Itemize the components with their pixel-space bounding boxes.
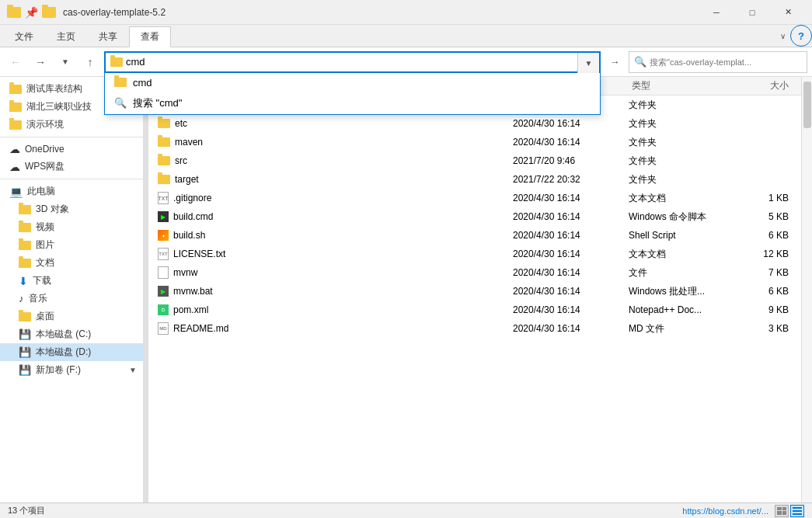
folder-icon — [158, 156, 170, 165]
file-type: 文本文档 — [629, 192, 737, 205]
maximize-button[interactable]: □ — [734, 0, 770, 25]
sidebar-item-label: 图片 — [36, 238, 54, 252]
col-header-type[interactable]: 类型 — [632, 79, 741, 92]
file-row[interactable]: TXT .gitignore 2020/4/30 16:14 文本文档 1 KB — [148, 189, 801, 207]
doc-icon: TXT — [158, 248, 169, 260]
file-size: 6 KB — [741, 286, 795, 297]
sidebar-item-label: 桌面 — [36, 310, 54, 323]
autocomplete-item-search[interactable]: 🔍 搜索 "cmd" — [105, 92, 600, 114]
address-bar-wrapper: ▼ cmd 🔍 搜索 "cmd" — [104, 51, 601, 73]
scroll-thumb[interactable] — [803, 82, 811, 128]
sidebar-item-drive-c[interactable]: 💾 本地磁盘 (C:) — [0, 325, 143, 343]
col-header-size[interactable]: 大小 — [741, 79, 795, 92]
file-name: maven — [175, 137, 203, 148]
file-size: 12 KB — [741, 249, 795, 259]
sidebar-item-music[interactable]: ♪ 音乐 — [0, 290, 143, 308]
window-controls: ─ □ ✕ — [699, 0, 806, 25]
search-icon: 🔍 — [634, 56, 646, 68]
list-view-button[interactable] — [790, 505, 804, 517]
folder-icon — [9, 103, 22, 112]
sidebar-item-label: 音乐 — [29, 292, 47, 305]
grid-view-button[interactable] — [775, 505, 789, 517]
file-row[interactable]: mvnw 2020/4/30 16:14 文件 7 KB — [148, 263, 801, 282]
file-row[interactable]: 🗒 pom.xml 2020/4/30 16:14 Notepad++ Doc.… — [148, 301, 801, 319]
folder-icon — [9, 120, 22, 130]
file-name: .gitignore — [173, 193, 211, 203]
nav-forward-extra-button[interactable]: → — [604, 51, 626, 73]
file-type: 文件夹 — [629, 117, 737, 130]
sidebar-item-label: 演示环境 — [26, 118, 64, 131]
download-icon: ⬇ — [19, 275, 28, 287]
sidebar-item-label: 新加卷 (F:) — [36, 363, 81, 377]
file-size: 3 KB — [741, 323, 795, 334]
status-url: https://blog.csdn.net/... — [682, 506, 768, 516]
ribbon-tabs: 文件 主页 共享 查看 — [0, 25, 171, 47]
sidebar-item-demo[interactable]: 演示环境 — [0, 116, 143, 134]
sidebar-divider2 — [0, 179, 143, 179]
sidebar-item-desktop[interactable]: 桌面 — [0, 308, 143, 325]
sidebar-item-label: OneDrive — [25, 144, 64, 155]
vertical-scrollbar[interactable] — [801, 77, 812, 502]
file-area: 名称 修改日期 类型 大小 build 2021/7/19 19:1... 文件… — [148, 77, 801, 502]
file-row[interactable]: TXT LICENSE.txt 2020/4/30 16:14 文本文档 12 … — [148, 245, 801, 263]
file-type: 文件夹 — [629, 173, 737, 186]
minimize-button[interactable]: ─ — [699, 0, 734, 25]
folder-icon — [158, 119, 170, 128]
main-layout: 测试库表结构 湖北三峡职业技 演示环境 ☁ OneDrive ☁ WPS网盘 💻… — [0, 77, 812, 502]
sidebar-item-3d[interactable]: 3D 对象 — [0, 200, 143, 218]
file-type: 文件夹 — [629, 155, 737, 168]
file-name: build.sh — [173, 230, 205, 241]
sidebar-item-wps[interactable]: ☁ WPS网盘 — [0, 158, 143, 176]
sidebar-item-onedrive[interactable]: ☁ OneDrive — [0, 141, 143, 158]
file-row[interactable]: maven 2020/4/30 16:14 文件夹 — [148, 133, 801, 151]
sidebar-item-video[interactable]: 视频 — [0, 218, 143, 236]
ribbon-collapse-btn[interactable]: ∨ — [777, 29, 789, 43]
sidebar-item-pictures[interactable]: 图片 — [0, 236, 143, 254]
sidebar-item-label: 下载 — [33, 274, 51, 287]
tab-home[interactable]: 主页 — [45, 26, 87, 47]
file-row[interactable]: etc 2020/4/30 16:14 文件夹 — [148, 114, 801, 133]
sidebar-item-downloads[interactable]: ⬇ 下载 — [0, 272, 143, 290]
tab-file[interactable]: 文件 — [3, 26, 45, 47]
file-row[interactable]: target 2021/7/22 20:32 文件夹 — [148, 170, 801, 189]
tab-share[interactable]: 共享 — [87, 26, 129, 47]
forward-button[interactable]: → — [30, 51, 51, 73]
address-input[interactable] — [126, 56, 599, 68]
tab-view[interactable]: 查看 — [129, 26, 171, 47]
sidebar-item-docs[interactable]: 文档 — [0, 254, 143, 272]
status-count: 13 个项目 — [8, 505, 45, 516]
folder-icon-cmd — [114, 78, 127, 87]
sidebar-divider — [0, 137, 143, 137]
file-name: target — [175, 174, 199, 185]
recent-locations-button[interactable]: ▼ — [54, 51, 76, 73]
up-button[interactable]: ↑ — [79, 51, 101, 73]
sidebar-item-drive-d[interactable]: 💾 本地磁盘 (D:) — [0, 343, 143, 361]
back-button[interactable]: ← — [5, 51, 26, 73]
autocomplete-label-cmd: cmd — [133, 77, 152, 89]
file-type: Windows 命令脚本 — [629, 210, 737, 224]
file-row[interactable]: MD README.md 2020/4/30 16:14 MD 文件 3 KB — [148, 319, 801, 338]
sidebar-item-drive-f[interactable]: 💾 新加卷 (F:) ▼ — [0, 361, 143, 379]
file-date: 2020/4/30 16:14 — [513, 249, 626, 259]
window-title: cas-overlay-template-5.2 — [63, 7, 699, 18]
folder-icon — [19, 259, 31, 268]
file-name: README.md — [173, 323, 228, 334]
close-button[interactable]: ✕ — [770, 0, 806, 25]
address-dropdown-button[interactable]: ▼ — [577, 53, 599, 75]
help-button[interactable]: ? — [790, 25, 812, 47]
file-row[interactable]: src 2021/7/20 9:46 文件夹 — [148, 151, 801, 170]
file-type: 文件 — [629, 266, 737, 280]
sidebar-item-computer[interactable]: 💻 此电脑 — [0, 183, 143, 200]
file-row[interactable]: ✦ build.sh 2020/4/30 16:14 Shell Script … — [148, 226, 801, 245]
drive-icon: 💾 — [19, 346, 31, 358]
file-name: mvnw — [173, 267, 197, 278]
status-bar: 13 个项目 https://blog.csdn.net/... — [0, 502, 812, 518]
file-date: 2020/4/30 16:14 — [513, 137, 626, 148]
file-row[interactable]: ▶ build.cmd 2020/4/30 16:14 Windows 命令脚本… — [148, 207, 801, 226]
doc-icon — [158, 266, 169, 279]
doc-icon: TXT — [158, 192, 169, 204]
search-input[interactable] — [650, 57, 802, 67]
file-type: Notepad++ Doc... — [629, 304, 737, 315]
file-row[interactable]: ▶ mvnw.bat 2020/4/30 16:14 Windows 批处理..… — [148, 282, 801, 301]
autocomplete-item-cmd[interactable]: cmd — [105, 73, 600, 92]
